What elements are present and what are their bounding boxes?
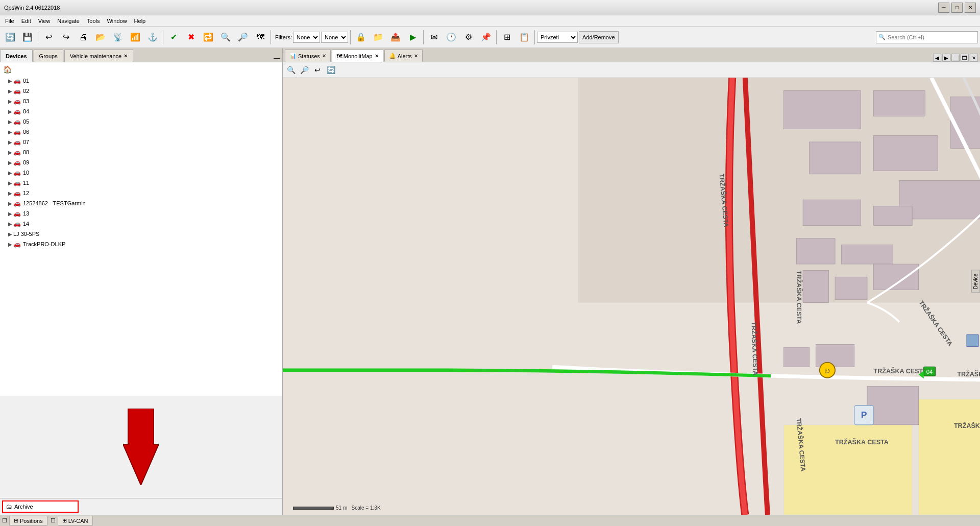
toolbar-grid-btn[interactable]: ⊞ — [499, 29, 515, 45]
tab-alerts-close[interactable]: ✕ — [414, 53, 418, 59]
svg-rect-25 — [967, 335, 978, 347]
menu-window[interactable]: Window — [104, 17, 130, 25]
map-zoom-in[interactable]: 🔍 — [285, 64, 297, 76]
menu-view[interactable]: View — [35, 17, 54, 25]
toolbar-print-btn[interactable]: 🖨 — [75, 29, 91, 45]
tab-devices[interactable]: Devices — [0, 50, 33, 62]
device-item-01[interactable]: ▶ 🚗 01 — [0, 76, 282, 86]
device-item-13[interactable]: ▶ 🚗 13 — [0, 208, 282, 219]
device-item-03[interactable]: ▶ 🚗 03 — [0, 96, 282, 106]
svg-rect-4 — [874, 90, 925, 116]
toolbar-redo-btn[interactable]: ↪ — [58, 29, 74, 45]
toolbar-check-btn[interactable]: ✔ — [165, 29, 182, 45]
toolbar-search-btn[interactable]: 🔎 — [235, 29, 251, 45]
tab-nav-left[interactable]: ◀ — [933, 54, 941, 62]
device-item-testgarmin[interactable]: ▶ 🚗 12524862 - TESTGarmin — [0, 198, 282, 208]
tab-positions[interactable]: ⊞ Positions — [9, 516, 47, 525]
toolbar-folder-btn[interactable]: 📁 — [370, 29, 386, 45]
toolbar-zoom-in-btn[interactable]: 🔍 — [217, 29, 234, 45]
toolbar-layers-btn[interactable]: 📋 — [516, 29, 532, 45]
toolbar-anchor-btn[interactable]: ⚓ — [144, 29, 161, 45]
toolbar-arrow-btn[interactable]: 🔁 — [200, 29, 216, 45]
device-item-02[interactable]: ▶ 🚗 02 — [0, 86, 282, 96]
window-controls: ─ □ ✕ — [938, 3, 976, 13]
device-item-08[interactable]: ▶ 🚗 08 — [0, 147, 282, 157]
expand-icon: ▶ — [8, 211, 12, 217]
tab-close-panel[interactable]: ✕ — [970, 54, 978, 62]
car-icon: 🚗 — [13, 98, 21, 105]
tab-maximize[interactable]: 🗖 — [961, 54, 969, 62]
device-item-11[interactable]: ▶ 🚗 11 — [0, 178, 282, 188]
map-reload[interactable]: 🔄 — [325, 64, 337, 76]
menu-edit[interactable]: Edit — [18, 17, 34, 25]
car-icon: 🚗 — [13, 200, 21, 207]
car-icon: 🚗 — [13, 77, 21, 84]
tab-lvcan[interactable]: ⊞ LV-CAN — [58, 516, 93, 525]
maximize-button[interactable]: □ — [951, 3, 963, 13]
toolbar-pin-btn[interactable]: 📌 — [478, 29, 494, 45]
map-back[interactable]: ↩ — [311, 64, 324, 76]
toolbar-signal-btn[interactable]: 📶 — [127, 29, 143, 45]
menu-help[interactable]: Help — [131, 17, 149, 25]
expand-icon: ▶ — [8, 78, 12, 84]
left-panel-collapse-btn[interactable]: — — [274, 55, 280, 62]
car-icon: 🚗 — [13, 118, 21, 125]
minimize-button[interactable]: ─ — [938, 3, 949, 13]
toolbar-save-btn[interactable]: 💾 — [19, 29, 36, 45]
map-zoom-out[interactable]: 🔎 — [298, 64, 310, 76]
archive-label: Archive — [14, 504, 33, 510]
toolbar-x-btn[interactable]: ✖ — [183, 29, 199, 45]
tree-home[interactable]: 🏠 — [0, 63, 282, 76]
device-item-06[interactable]: ▶ 🚗 06 — [0, 127, 282, 137]
toolbar-map-btn[interactable]: 🗺 — [252, 29, 268, 45]
tab-vehicle-maintenance-close[interactable]: ✕ — [124, 53, 128, 59]
car-icon: 🚗 — [13, 128, 21, 135]
checkbox-positions[interactable]: ☐ — [2, 517, 7, 524]
menu-navigate[interactable]: Navigate — [54, 17, 82, 25]
add-remove-button[interactable]: Add/Remove — [579, 31, 619, 43]
checkbox-lvcan[interactable]: ☐ — [51, 517, 56, 524]
tab-statuses-close[interactable]: ✕ — [322, 53, 326, 59]
toolbar-play-btn[interactable]: ▶ — [405, 29, 421, 45]
right-vertical-tab[interactable]: Device — [971, 270, 980, 293]
filter1-select[interactable]: None — [293, 32, 320, 43]
close-button[interactable]: ✕ — [965, 3, 976, 13]
toolbar-antenna-btn[interactable]: 📡 — [110, 29, 126, 45]
toolbar-undo-btn[interactable]: ↩ — [40, 29, 57, 45]
svg-text:04: 04 — [926, 369, 933, 375]
archive-box[interactable]: 🗂 Archive — [2, 500, 79, 513]
toolbar-clock-btn[interactable]: 🕐 — [443, 29, 459, 45]
tab-alerts[interactable]: 🔔 Alerts ✕ — [384, 50, 423, 62]
filter2-select[interactable]: None — [321, 32, 348, 43]
device-item-12[interactable]: ▶ 🚗 12 — [0, 188, 282, 198]
device-item-04[interactable]: ▶ 🚗 04 — [0, 106, 282, 116]
device-item-09[interactable]: ▶ 🚗 09 — [0, 157, 282, 168]
device-item-07[interactable]: ▶ 🚗 07 — [0, 137, 282, 147]
toolbar-mail-btn[interactable]: ✉ — [426, 29, 442, 45]
toolbar-open-btn[interactable]: 📂 — [92, 29, 109, 45]
menu-tools[interactable]: Tools — [84, 17, 103, 25]
toolbar-settings-btn[interactable]: ⚙ — [460, 29, 477, 45]
tab-statuses[interactable]: 📊 Statuses ✕ — [285, 50, 331, 62]
device-item-14[interactable]: ▶ 🚗 14 — [0, 219, 282, 229]
toolbar-lock-btn[interactable]: 🔒 — [353, 29, 369, 45]
search-box: 🔍 — [876, 31, 978, 43]
device-item-lj30[interactable]: ▶ LJ 30-5PS — [0, 229, 282, 239]
device-item-05[interactable]: ▶ 🚗 05 — [0, 116, 282, 127]
tab-monolitmap-close[interactable]: ✕ — [375, 53, 379, 59]
tab-restore[interactable]: ⬜ — [951, 54, 960, 62]
lvcan-icon: ⊞ — [62, 517, 67, 524]
tab-groups[interactable]: Groups — [34, 50, 63, 62]
svg-rect-17 — [874, 264, 919, 290]
device-item-10[interactable]: ▶ 🚗 10 — [0, 168, 282, 178]
tab-nav-right[interactable]: ▶ — [942, 54, 950, 62]
privzeti-select[interactable]: Privzeti — [537, 32, 578, 43]
search-input[interactable] — [888, 34, 975, 40]
toolbar-refresh-btn[interactable]: 🔄 — [2, 29, 18, 45]
toolbar-folder2-btn[interactable]: 📤 — [387, 29, 404, 45]
menu-file[interactable]: File — [2, 17, 17, 25]
device-item-trackpro[interactable]: ▶ 🚗 TrackPRO-DLKP — [0, 239, 282, 249]
tab-vehicle-maintenance[interactable]: Vehicle maintenance ✕ — [64, 50, 134, 62]
tab-monolitmap[interactable]: 🗺 MonolitMap ✕ — [332, 50, 383, 62]
car-icon: 🚗 — [13, 169, 21, 176]
